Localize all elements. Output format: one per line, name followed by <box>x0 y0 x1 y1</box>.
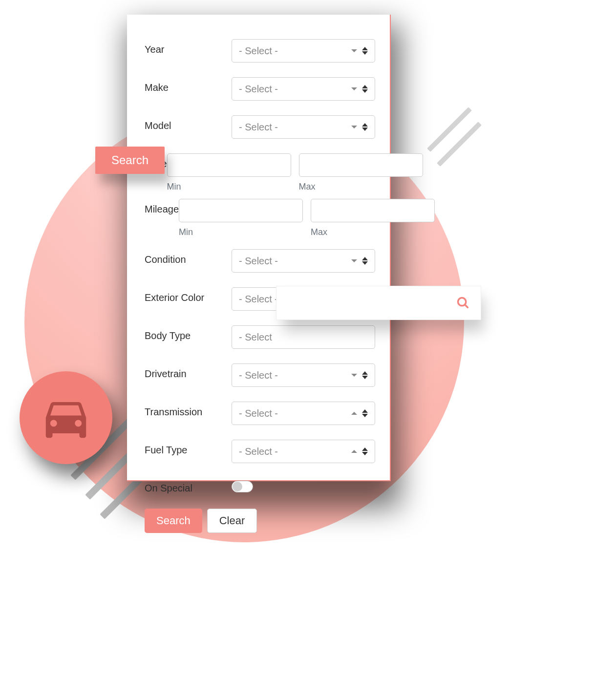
make-label: Make <box>145 77 232 93</box>
sort-icon <box>362 409 368 417</box>
chevron-down-icon <box>351 87 357 90</box>
transmission-select-placeholder: - Select - <box>239 408 351 419</box>
toggle-knob <box>233 482 242 491</box>
drivetrain-select-placeholder: - Select - <box>239 370 351 381</box>
chevron-down-icon <box>351 49 357 52</box>
exterior-color-label: Exterior Color <box>145 287 232 303</box>
condition-select-placeholder: - Select - <box>239 256 351 267</box>
fuel-type-select-placeholder: - Select - <box>239 446 351 457</box>
transmission-label: Transmission <box>145 402 232 418</box>
field-drivetrain: Drivetrain - Select - <box>145 363 375 387</box>
transmission-select[interactable]: - Select - <box>232 402 375 425</box>
drivetrain-select[interactable]: - Select - <box>232 363 375 387</box>
sort-icon <box>362 371 368 379</box>
sort-icon <box>362 257 368 265</box>
mileage-min-label: Min <box>179 227 303 237</box>
chevron-down-icon <box>351 374 357 377</box>
field-make: Make - Select - <box>145 77 375 101</box>
sort-icon <box>362 123 368 131</box>
sort-icon <box>362 448 368 455</box>
field-mileage: Mileage Min Max <box>145 199 375 237</box>
field-condition: Condition - Select - <box>145 249 375 273</box>
drivetrain-label: Drivetrain <box>145 363 232 380</box>
chevron-down-icon <box>351 126 357 128</box>
body-type-label: Body Type <box>145 325 232 341</box>
year-select-placeholder: - Select - <box>239 45 351 57</box>
make-select[interactable]: - Select - <box>232 77 375 101</box>
condition-label: Condition <box>145 249 232 265</box>
field-on-special: On Special <box>145 478 375 494</box>
price-max-input[interactable] <box>299 153 423 177</box>
body-type-select-placeholder: - Select <box>239 332 368 343</box>
year-label: Year <box>145 39 232 55</box>
field-year: Year - Select - <box>145 39 375 63</box>
field-model: Model - Select - <box>145 115 375 139</box>
mileage-max-label: Max <box>311 227 435 237</box>
year-select[interactable]: - Select - <box>232 39 375 63</box>
price-min-label: Min <box>167 182 291 192</box>
field-price: Price Min Max <box>145 153 375 192</box>
clear-button[interactable]: Clear <box>207 509 257 533</box>
model-select[interactable]: - Select - <box>232 115 375 139</box>
price-min-input[interactable] <box>167 153 291 177</box>
search-bar-overlay[interactable] <box>276 286 481 320</box>
svg-line-1 <box>465 305 468 308</box>
chevron-up-icon <box>351 450 357 453</box>
chevron-up-icon <box>351 412 357 415</box>
fuel-type-label: Fuel Type <box>145 440 232 456</box>
on-special-toggle[interactable] <box>232 481 253 492</box>
field-fuel-type: Fuel Type - Select - <box>145 440 375 463</box>
make-select-placeholder: - Select - <box>239 84 351 95</box>
mileage-label: Mileage <box>145 199 179 215</box>
search-form-card: Year - Select - Make - Select - Model - … <box>127 15 391 481</box>
sort-icon <box>362 47 368 55</box>
model-select-placeholder: - Select - <box>239 122 351 133</box>
fuel-type-select[interactable]: - Select - <box>232 440 375 463</box>
search-icon <box>456 296 470 310</box>
search-pill: Search <box>95 147 165 174</box>
chevron-down-icon <box>351 259 357 262</box>
mileage-min-input[interactable] <box>179 199 303 222</box>
search-pill-label: Search <box>111 153 149 167</box>
button-row: Search Clear <box>145 509 375 533</box>
on-special-label: On Special <box>145 478 232 494</box>
condition-select[interactable]: - Select - <box>232 249 375 273</box>
car-icon <box>39 391 93 445</box>
field-transmission: Transmission - Select - <box>145 402 375 425</box>
sort-icon <box>362 85 368 93</box>
car-badge <box>20 371 112 464</box>
mileage-max-input[interactable] <box>311 199 435 222</box>
search-button[interactable]: Search <box>145 509 202 533</box>
price-max-label: Max <box>299 182 423 192</box>
model-label: Model <box>145 115 232 131</box>
